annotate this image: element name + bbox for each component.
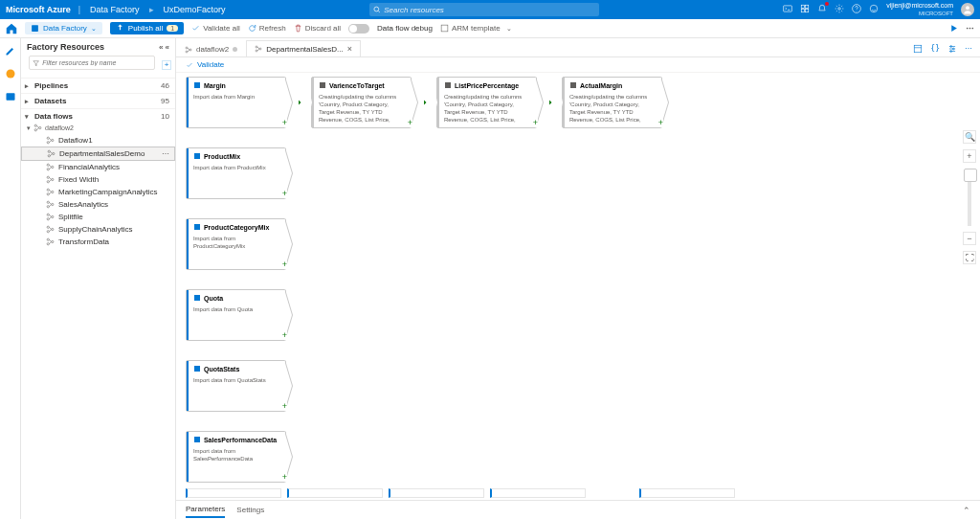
filter-input[interactable] [42, 59, 151, 66]
overflow-icon[interactable]: ⋯ [965, 44, 972, 54]
resources-sidebar: Factory Resources « « + ▸Pipelines46 ▸Da… [21, 38, 176, 519]
add-step-icon[interactable]: + [658, 118, 663, 127]
flow-item[interactable]: MarketingCampaignAnalytics [21, 186, 175, 198]
flow-item[interactable]: TransformData [21, 236, 175, 248]
search-input[interactable] [384, 6, 594, 14]
svg-point-14 [969, 28, 971, 30]
flow-item[interactable]: Dataflow1 [21, 134, 175, 147]
notifications-icon[interactable] [817, 4, 827, 15]
directory-icon[interactable] [800, 4, 810, 15]
settings-panel-icon[interactable] [947, 44, 957, 54]
json-icon[interactable]: {} [930, 44, 940, 54]
data-flow-debug-toggle[interactable] [348, 24, 369, 34]
node-quota[interactable]: QuotaImport data from Quota+ [186, 289, 286, 341]
add-step-icon[interactable]: + [282, 472, 287, 482]
section-data-flows[interactable]: ▾Data flows10 [21, 108, 175, 124]
node-productmix[interactable]: ProductMixImport data from ProductMix+ [186, 147, 286, 199]
node-margin[interactable]: MarginImport data from Margin+ [186, 77, 286, 128]
nav-manage-icon[interactable] [4, 90, 17, 103]
flow-item[interactable]: SupplyChainAnalytics [21, 223, 175, 236]
help-icon[interactable] [852, 4, 861, 15]
flow-item[interactable]: Splitfile [21, 211, 175, 223]
nav-monitor-icon[interactable] [4, 67, 17, 80]
sidebar-collapse-icon[interactable]: « « [159, 43, 169, 52]
validate-all-button[interactable]: Validate all [191, 24, 240, 33]
node-variance[interactable]: VarienceToTargetCreating/updating the co… [311, 77, 412, 128]
zoom-in-icon[interactable]: + [963, 149, 976, 163]
global-search[interactable] [369, 3, 599, 16]
svg-point-10 [966, 6, 969, 10]
svg-point-52 [259, 48, 261, 50]
node-productcategorymix[interactable]: ProductCategoryMixImport data from Produ… [186, 218, 286, 270]
svg-point-9 [871, 5, 879, 12]
publish-count-badge: 1 [167, 25, 178, 32]
more-icon[interactable] [966, 24, 974, 33]
flow-item[interactable]: Fixed Width [21, 173, 175, 186]
svg-rect-62 [194, 82, 200, 88]
svg-point-22 [52, 139, 54, 141]
user-info[interactable]: vijienji@microsoft.com MICROSOFT [886, 2, 953, 17]
section-pipelines[interactable]: ▸Pipelines46 [21, 78, 175, 93]
node-salesperf[interactable]: SalesPerformanceDataImport data from Sal… [186, 431, 286, 483]
svg-point-28 [52, 166, 54, 168]
settings-icon[interactable] [835, 4, 844, 15]
section-datasets[interactable]: ▸Datasets95 [21, 93, 175, 108]
add-step-icon[interactable]: + [408, 118, 412, 127]
item-more-icon[interactable]: ⋯ [162, 149, 170, 158]
mini-overview [186, 488, 735, 498]
crumb-factory-name[interactable]: UxDemoFactory [162, 5, 228, 14]
discard-all-button[interactable]: Discard all [294, 24, 341, 33]
factory-selector[interactable]: Data Factory ⌄ [25, 22, 102, 34]
flow-item[interactable]: SalesAnalytics [21, 198, 175, 211]
add-step-icon[interactable]: + [282, 118, 287, 127]
tab-dataflow2[interactable]: dataflow2 [176, 41, 246, 56]
connector-icon [419, 98, 429, 107]
svg-point-16 [6, 70, 14, 79]
flow-item-selected[interactable]: DepartmentalSalesDemo⋯ [21, 147, 175, 161]
crumb-data-factory[interactable]: Data Factory [88, 5, 142, 14]
run-icon[interactable] [949, 24, 958, 33]
svg-point-45 [47, 238, 49, 240]
svg-point-48 [186, 47, 188, 49]
fit-icon[interactable]: ⛶ [963, 251, 976, 264]
add-step-icon[interactable]: + [282, 401, 287, 411]
tab-departmental[interactable]: DepartmentalSalesD...× [246, 40, 361, 56]
node-quotastats[interactable]: QuotaStatsImport data from QuotaStats+ [186, 360, 286, 412]
add-step-icon[interactable]: + [282, 260, 287, 269]
svg-point-43 [52, 228, 54, 230]
feedback-icon[interactable] [869, 4, 879, 15]
expand-panel-icon[interactable]: ⌃ [963, 506, 970, 515]
svg-point-26 [48, 155, 50, 157]
refresh-button[interactable]: Refresh [248, 24, 286, 33]
svg-rect-67 [194, 224, 200, 230]
nav-author-icon[interactable] [4, 44, 17, 57]
properties-icon[interactable] [913, 44, 923, 54]
svg-point-7 [838, 8, 841, 11]
cloud-shell-icon[interactable] [783, 4, 792, 15]
add-step-icon[interactable]: + [282, 189, 287, 198]
arm-template-button[interactable]: ARM template⌄ [440, 24, 512, 33]
search-canvas-icon[interactable]: 🔍 [963, 130, 976, 144]
svg-point-49 [189, 49, 191, 51]
svg-point-24 [48, 150, 50, 152]
dataflow-canvas[interactable]: MarginImport data from Margin+ VarienceT… [176, 73, 980, 519]
brand[interactable]: Microsoft Azure [6, 5, 71, 14]
svg-rect-68 [194, 295, 200, 301]
home-icon[interactable] [6, 23, 17, 34]
tab-settings[interactable]: Settings [236, 503, 264, 517]
svg-point-27 [47, 164, 49, 166]
add-step-icon[interactable]: + [282, 330, 287, 340]
filter-icon [33, 59, 39, 67]
publish-all-button[interactable]: Publish all 1 [110, 22, 184, 34]
avatar[interactable] [961, 3, 974, 16]
validate-button[interactable]: Validate [176, 57, 980, 73]
add-resource-button[interactable]: + [162, 60, 171, 70]
node-actualmargin[interactable]: ActualMarginCreating/updating the column… [562, 77, 662, 128]
add-step-icon[interactable]: + [533, 118, 538, 127]
zoom-slider[interactable] [968, 169, 971, 226]
node-listprice[interactable]: ListPricePercentageCreating/updating the… [436, 77, 537, 128]
flow-item[interactable]: FinancialAnalytics [21, 161, 175, 173]
zoom-out-icon[interactable]: − [963, 232, 976, 245]
close-tab-icon[interactable]: × [347, 44, 352, 54]
tab-parameters[interactable]: Parameters [186, 502, 225, 518]
